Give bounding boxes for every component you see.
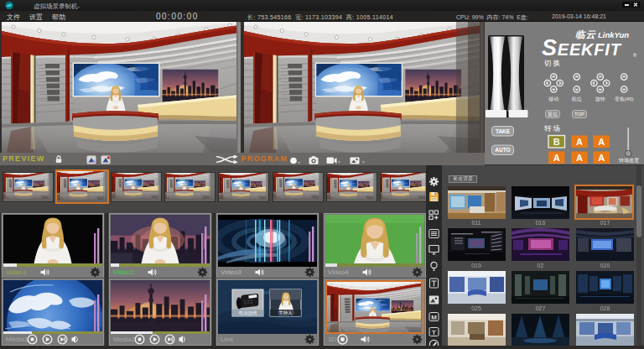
svg-text:临云: 临云 [575, 29, 597, 39]
svg-text:转场速度: 转场速度 [619, 157, 639, 164]
svg-text:转场: 转场 [544, 124, 562, 133]
svg-text:B: B [553, 137, 560, 147]
svg-text:A: A [598, 153, 605, 163]
svg-text:机位: 机位 [572, 96, 582, 102]
svg-text:旋转: 旋转 [595, 96, 605, 102]
svg-text:AUTO: AUTO [495, 147, 510, 153]
svg-text:A: A [576, 137, 583, 147]
svg-text:A: A [598, 137, 605, 147]
svg-text:变焦(45): 变焦(45) [615, 96, 634, 102]
svg-text:A: A [553, 153, 560, 163]
svg-text:移动: 移动 [548, 96, 558, 102]
svg-text:TAKE: TAKE [496, 128, 511, 134]
svg-text:LinkYun: LinkYun [598, 30, 629, 39]
svg-text:切换: 切换 [543, 59, 562, 67]
svg-text:®: ® [633, 53, 636, 58]
svg-text:TOP: TOP [574, 112, 584, 117]
svg-text:复位: 复位 [548, 112, 558, 117]
svg-text:A: A [576, 153, 583, 163]
